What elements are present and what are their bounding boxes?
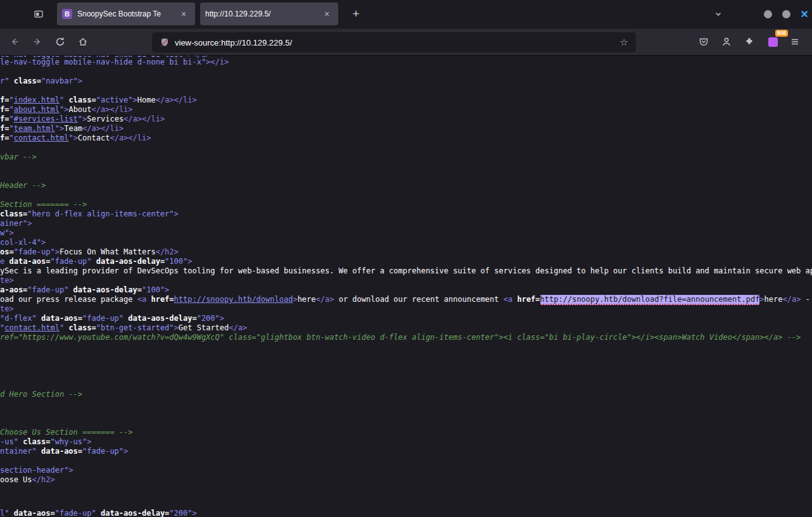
source-link[interactable]: index.html <box>14 96 60 104</box>
back-icon <box>10 37 20 47</box>
window-close-button[interactable]: × <box>801 8 808 20</box>
source-link[interactable]: contact.html <box>4 323 60 332</box>
text-content: Home <box>137 96 156 104</box>
tab-close-icon[interactable]: × <box>177 8 190 20</box>
reload-button[interactable] <box>50 32 70 52</box>
tag-token: > <box>124 447 128 456</box>
view-source-content: te-nav-toggle mobile-nav-show bi bi-list… <box>0 56 812 517</box>
url-bar[interactable]: view-source:http://10.129.229.5/ ☆ <box>152 32 636 53</box>
minimize-button[interactable] <box>764 10 772 18</box>
back-button[interactable] <box>4 32 25 52</box>
attr-name: data-aos-delay= <box>68 285 142 294</box>
source-line: class="hero d-flex align-items-center"> <box>0 209 179 219</box>
shield-icon[interactable] <box>160 37 170 47</box>
source-line: r" class="navbar"> <box>0 77 82 86</box>
attr-value: "100" <box>142 285 165 294</box>
account-button[interactable] <box>716 32 737 52</box>
source-line: section-header"> <box>0 466 73 475</box>
extension-button[interactable]: 808 <box>763 32 783 52</box>
tag-token: </h2> <box>156 247 179 256</box>
extensions-button[interactable] <box>739 32 759 52</box>
source-line: d Hero Section --> <box>0 390 82 399</box>
attr-value: " <box>9 96 13 104</box>
attr-name: data-aos= <box>9 509 54 517</box>
puzzle-icon <box>744 37 754 47</box>
attr-value: " <box>9 134 13 142</box>
source-line: Header --> <box>0 181 46 190</box>
tag-token: > <box>41 238 46 247</box>
source-line: -us" class="why-us"> <box>0 437 92 447</box>
attr-name: f= <box>0 115 9 123</box>
attr-value: "active" <box>96 96 133 104</box>
source-line: "d-flex" data-aos="fade-up" data-aos-del… <box>0 314 224 323</box>
attr-value: -us" <box>0 437 18 446</box>
tag-token: > <box>192 509 196 517</box>
attr-name: href= <box>512 295 540 304</box>
tag-token: </a></li> <box>156 96 197 104</box>
source-line: "contact.html" class="btn-get-started">G… <box>0 323 247 333</box>
attr-value: "100" <box>165 257 187 266</box>
attr-value: "d-flex" <box>0 314 37 323</box>
bookmark-star-icon[interactable]: ☆ <box>620 37 628 48</box>
tag-token: <a <box>137 295 146 304</box>
new-tab-button[interactable]: + <box>346 4 366 24</box>
source-link[interactable]: team.html <box>14 124 55 133</box>
source-line: Section ======= --> <box>0 200 87 209</box>
text-content: Get Started <box>179 323 229 332</box>
source-line: col-xl-4"> <box>0 238 46 247</box>
tag-token: > <box>87 437 91 446</box>
attr-name: data-aos-delay= <box>92 257 165 266</box>
tag-token: > <box>293 295 297 304</box>
tag-token: </a></li> <box>82 124 124 133</box>
attr-value: "why-us" <box>50 437 87 446</box>
text-content: Services <box>87 115 124 123</box>
attr-name: f= <box>0 134 9 142</box>
attr-value: l" <box>0 509 9 517</box>
source-line: oose Us</h2> <box>0 475 55 485</box>
tag-token: </a></li> <box>92 105 133 114</box>
attr-value: "fade-up" <box>50 257 91 266</box>
maximize-button[interactable] <box>782 10 790 18</box>
menu-button[interactable] <box>785 32 805 52</box>
tab-snoopysec[interactable]: B SnoopySec Bootstrap Te × <box>57 3 195 25</box>
home-icon <box>78 37 88 47</box>
attr-value: r" <box>0 77 9 85</box>
text-content: About <box>68 105 91 114</box>
source-line: f="team.html">Team</a></li> <box>0 124 124 134</box>
source-line: os="fade-up">Focus On What Matters</h2> <box>0 247 179 257</box>
attr-value: section-header" <box>0 466 68 475</box>
source-link[interactable]: about.html <box>14 105 60 114</box>
text-content: oose Us <box>0 475 32 484</box>
attr-name: class= <box>64 323 96 332</box>
attr-value: "fade-up" <box>82 314 124 323</box>
source-link[interactable]: contact.html <box>14 134 69 142</box>
source-line: a-aos="fade-up" data-aos-delay="100"> <box>0 285 169 295</box>
tag-token: > <box>174 323 179 332</box>
window-controls: × <box>764 0 808 28</box>
source-line: vbar --> <box>0 153 37 162</box>
source-line: oad our press release package <a href=ht… <box>0 295 810 304</box>
attr-name: a-aos= <box>0 285 27 294</box>
attr-value: "200" <box>169 509 192 517</box>
attr-name: href= <box>146 295 174 304</box>
tab-viewsource[interactable]: http://10.129.229.5/ × <box>200 3 338 25</box>
comment: Header --> <box>0 181 46 190</box>
source-line: f="#services-list">Services</a></li> <box>0 115 165 124</box>
tab-title: http://10.129.229.5/ <box>205 9 317 18</box>
tag-token: > <box>187 257 192 266</box>
attr-value: "fade-up" <box>55 509 96 517</box>
source-link[interactable]: http://snoopy.htb/download <box>174 295 293 304</box>
tag-token: > <box>55 247 60 256</box>
home-button[interactable] <box>73 32 93 52</box>
tag-token: <a <box>504 295 512 304</box>
attr-name: data-aos= <box>37 314 82 323</box>
pocket-icon <box>699 37 709 47</box>
forward-button[interactable] <box>27 32 48 52</box>
attr-name: data-aos= <box>37 447 82 456</box>
tab-close-icon[interactable]: × <box>320 8 333 20</box>
source-link[interactable]: #services-list <box>14 115 78 123</box>
forward-icon <box>32 37 42 47</box>
list-all-tabs-button[interactable] <box>708 4 728 24</box>
pocket-button[interactable] <box>694 32 714 52</box>
firefox-view-button[interactable] <box>29 4 49 24</box>
